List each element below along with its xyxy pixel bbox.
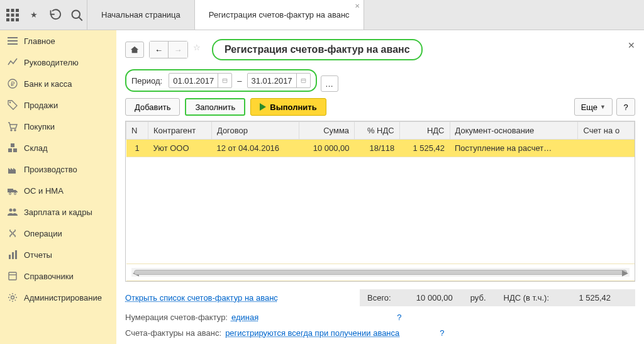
favorite-star-icon[interactable]: ☆ [193,43,207,57]
sidebar-item-1[interactable]: Руководителю [0,52,116,73]
help-link[interactable]: ? [440,328,444,338]
totals-sum: 10 000,00 [409,293,453,302]
help-button[interactable]: ? [616,98,635,116]
sidebar-item-label: Отчеты [24,250,52,260]
totals-row: Открыть список счетов-фактур на аванс Вс… [125,289,635,306]
period-more-button[interactable]: … [321,75,338,92]
search-icon[interactable] [70,9,83,21]
totals-vat-label: НДС (в т.ч.): [504,293,550,302]
svg-rect-6 [6,18,9,21]
more-button[interactable]: Еще▼ [574,98,613,116]
svg-rect-20 [13,148,17,152]
tag-icon [8,100,18,110]
back-button[interactable]: ← [150,42,169,58]
tab-active[interactable]: Регистрация счетов-фактур на аванс ✕ [195,0,364,30]
sidebar-item-12[interactable]: Администрирование [0,287,116,308]
home-button[interactable] [125,42,144,58]
date-from-input[interactable]: 01.01.2017 [169,73,232,88]
tab-label: Начальная страница [101,10,180,19]
ops-icon [8,228,18,238]
totals-label: Всего: [367,293,391,302]
history-icon[interactable] [49,9,62,21]
column-header[interactable]: Сумма [299,122,355,140]
forward-button[interactable]: → [169,42,187,58]
column-header[interactable]: N [126,122,148,140]
column-header[interactable]: НДС [399,122,450,140]
svg-rect-13 [8,43,18,45]
column-header[interactable]: Контрагент [148,122,212,140]
tab-close-icon[interactable]: ✕ [355,3,360,9]
run-button[interactable]: Выполнить [250,98,326,116]
column-header[interactable]: Документ-основание [450,122,578,140]
sidebar-item-0[interactable]: Главное [0,30,116,52]
open-list-link[interactable]: Открыть список счетов-фактур на аванс [125,293,278,302]
sidebar-item-label: Производство [24,165,77,174]
svg-rect-4 [11,13,14,16]
svg-point-16 [9,102,11,103]
numbering-link[interactable]: единая [231,313,258,322]
svg-point-25 [9,209,13,212]
calendar-icon[interactable] [296,74,310,87]
sidebar-item-label: Справочники [24,272,74,281]
date-to-input[interactable]: 31.01.2017 [247,73,311,88]
column-header[interactable]: Договор [211,122,299,140]
period-separator: – [237,76,242,86]
sidebar-item-4[interactable]: Покупки [0,116,116,137]
menu-icon [8,36,18,46]
header-row: ← → ☆ Регистрация счетов-фактур на аванс [125,39,635,60]
svg-rect-8 [16,18,19,21]
data-table: NКонтрагентДоговорСумма% НДСНДСДокумент-… [125,121,635,282]
calendar-icon[interactable] [218,74,231,87]
totals-vat: 1 525,42 [567,293,611,302]
boxes-icon [8,143,18,153]
close-button[interactable]: ✕ [628,40,635,50]
svg-rect-30 [9,272,16,280]
svg-point-17 [11,130,12,131]
table-row[interactable]: 1Уют ООО12 от 04.04.201610 000,0018/1181… [126,140,635,157]
tab-label: Регистрация счетов-фактур на аванс [209,10,350,19]
svg-rect-27 [9,255,11,259]
sidebar-item-label: Зарплата и кадры [24,208,92,217]
svg-text:₽: ₽ [11,80,15,87]
svg-point-24 [14,193,16,195]
gear-icon [8,292,18,302]
add-button[interactable]: Добавить [125,98,180,116]
sidebar-item-label: Склад [24,143,48,153]
period-label: Период: [131,76,164,86]
numbering-label: Нумерация счетов-фактур: [125,313,228,322]
fill-button[interactable]: Заполнить [185,98,245,116]
accounts-link[interactable]: регистрируются всегда при получении аван… [225,328,399,338]
sidebar-item-6[interactable]: Производство [0,158,116,180]
svg-rect-1 [11,9,14,12]
column-header[interactable]: Счет на о [578,122,635,140]
svg-rect-0 [6,9,9,12]
help-link[interactable]: ? [397,313,401,322]
svg-point-26 [13,209,16,212]
sidebar-item-7[interactable]: ОС и НМА [0,180,116,201]
svg-rect-3 [6,13,9,16]
svg-rect-22 [8,189,13,192]
apps-icon[interactable] [6,9,19,21]
sidebar-item-9[interactable]: Операции [0,223,116,244]
tab-home[interactable]: Начальная страница [87,0,195,30]
book-icon [8,271,18,281]
page-title: Регистрация счетов-фактур на аванс [212,39,423,60]
svg-point-9 [72,10,80,18]
star-icon[interactable]: ★ [28,9,40,21]
sidebar-item-8[interactable]: Зарплата и кадры [0,201,116,223]
sidebar-item-3[interactable]: Продажи [0,94,116,116]
svg-rect-19 [8,148,12,152]
chevron-down-icon: ▼ [600,104,606,110]
svg-rect-2 [16,9,19,12]
sidebar-item-5[interactable]: Склад [0,137,116,158]
accounts-label: Счета-фактуры на аванс: [125,328,221,338]
sidebar-item-2[interactable]: ₽Банк и касса [0,73,116,94]
action-bar: Добавить Заполнить Выполнить Еще▼ ? [125,98,635,116]
horizontal-scrollbar[interactable]: ◀▶ [131,268,630,277]
svg-rect-11 [8,37,18,38]
sidebar-item-10[interactable]: Отчеты [0,244,116,265]
column-header[interactable]: % НДС [355,122,400,140]
svg-rect-12 [8,40,18,42]
sidebar-item-11[interactable]: Справочники [0,265,116,287]
svg-point-32 [11,296,14,299]
